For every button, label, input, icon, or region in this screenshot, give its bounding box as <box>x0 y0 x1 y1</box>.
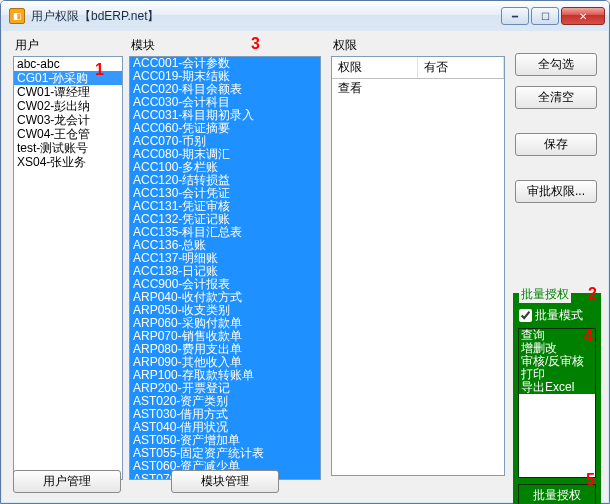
maximize-button[interactable]: ☐ <box>531 7 559 25</box>
user-item[interactable]: CG01-孙采购 <box>14 71 122 85</box>
titlebar: ◧ 用户权限【bdERP.net】 ━ ☐ ✕ <box>1 1 609 31</box>
save-button[interactable]: 保存 <box>515 133 597 156</box>
modules-listbox[interactable]: ACC001-会计参数ACC019-期末结账ACC020-科目余额表ACC030… <box>129 56 321 480</box>
batch-listbox[interactable]: 查询 增删改 审核/反审核 打印 导出Excel <box>518 328 596 478</box>
window-title: 用户权限【bdERP.net】 <box>31 8 501 25</box>
right-buttons: 全勾选 全清空 保存 审批权限... <box>515 53 599 213</box>
app-window: ◧ 用户权限【bdERP.net】 ━ ☐ ✕ 用户 abc-abcCG01-孙… <box>0 0 610 504</box>
batch-authorize-button[interactable]: 批量授权 <box>518 484 596 504</box>
close-button[interactable]: ✕ <box>561 7 605 25</box>
perms-table[interactable]: 权限 有否 查看 <box>331 56 505 476</box>
batch-title: 批量授权 <box>519 286 571 303</box>
perm-header: 权限 有否 <box>332 57 504 79</box>
batch-item[interactable]: 导出Excel <box>519 381 595 394</box>
user-item[interactable]: CW03-龙会计 <box>14 113 122 127</box>
perms-column: 权限 权限 有否 查看 <box>331 37 505 476</box>
batch-groupbox: 批量授权 批量模式 查询 增删改 审核/反审核 打印 导出Excel 批量授权 <box>513 293 601 504</box>
perm-col-name: 权限 <box>332 57 418 78</box>
perm-cell-has <box>418 79 504 98</box>
batch-mode-checkbox[interactable]: 批量模式 <box>519 307 597 324</box>
perm-cell-name: 查看 <box>332 79 418 98</box>
client-area: 用户 abc-abcCG01-孙采购CW01-谭经理CW02-彭出纳CW03-龙… <box>1 31 609 503</box>
user-item[interactable]: XS04-张业务 <box>14 155 122 169</box>
user-item[interactable]: abc-abc <box>14 57 122 71</box>
users-listbox[interactable]: abc-abcCG01-孙采购CW01-谭经理CW02-彭出纳CW03-龙会计C… <box>13 56 123 480</box>
batch-mode-label: 批量模式 <box>535 307 583 324</box>
batch-mode-input[interactable] <box>519 309 532 322</box>
module-manage-button[interactable]: 模块管理 <box>171 470 279 493</box>
users-label: 用户 <box>13 37 123 54</box>
perm-row[interactable]: 查看 <box>332 79 504 98</box>
users-column: 用户 abc-abcCG01-孙采购CW01-谭经理CW02-彭出纳CW03-龙… <box>13 37 123 480</box>
perms-label: 权限 <box>331 37 505 54</box>
user-item[interactable]: CW02-彭出纳 <box>14 99 122 113</box>
check-all-button[interactable]: 全勾选 <box>515 53 597 76</box>
user-item[interactable]: CW04-王仓管 <box>14 127 122 141</box>
clear-all-button[interactable]: 全清空 <box>515 86 597 109</box>
user-manage-button[interactable]: 用户管理 <box>13 470 121 493</box>
user-item[interactable]: test-测试账号 <box>14 141 122 155</box>
approval-button[interactable]: 审批权限... <box>515 180 597 203</box>
app-icon: ◧ <box>9 8 25 24</box>
modules-label: 模块 <box>129 37 321 54</box>
modules-column: 模块 ACC001-会计参数ACC019-期末结账ACC020-科目余额表ACC… <box>129 37 321 480</box>
minimize-button[interactable]: ━ <box>501 7 529 25</box>
perm-col-has: 有否 <box>418 57 504 78</box>
user-item[interactable]: CW01-谭经理 <box>14 85 122 99</box>
